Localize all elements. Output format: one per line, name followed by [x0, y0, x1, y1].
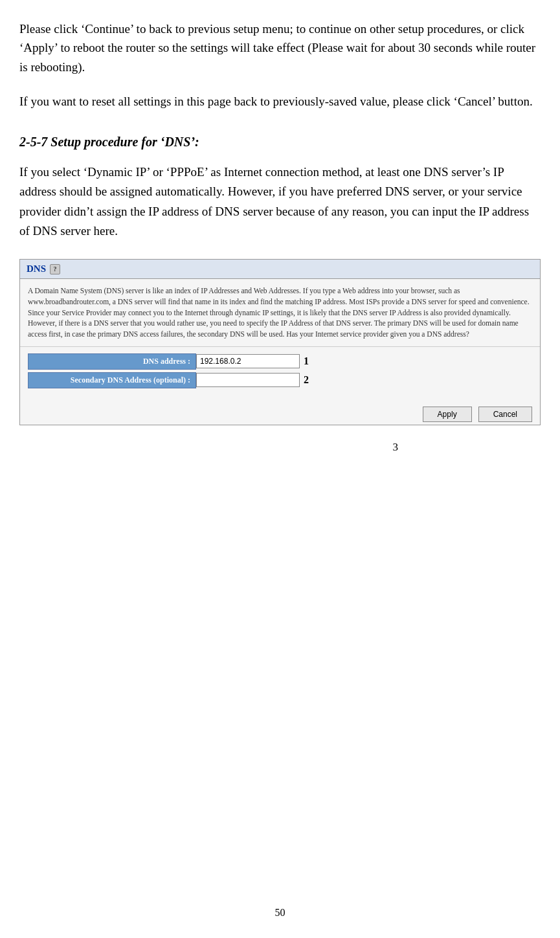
dns-field-row-1: DNS address : 1 — [28, 353, 532, 370]
dns-address-label: DNS address : — [28, 353, 196, 370]
reset-text: If you want to reset all settings in thi… — [19, 92, 541, 111]
secondary-dns-label: Secondary DNS Address (optional) : — [28, 372, 196, 388]
section-description: If you select ‘Dynamic IP’ or ‘PPPoE’ as… — [19, 162, 541, 241]
dns-panel-header: DNS ? — [20, 260, 540, 279]
cancel-button[interactable]: Cancel — [478, 407, 532, 422]
secondary-dns-input-wrap: 2 — [196, 373, 315, 387]
intro-text: Please click ‘Continue’ to back to previ… — [19, 19, 541, 76]
page-number: 50 — [0, 907, 560, 919]
section-heading: 2-5-7 Setup procedure for ‘DNS’: — [19, 135, 541, 150]
dns-info-text: A Domain Name System (DNS) server is lik… — [20, 279, 540, 346]
apply-button[interactable]: Apply — [423, 407, 472, 422]
callout-num-3: 3 — [19, 441, 541, 454]
dns-address-input[interactable] — [196, 354, 300, 368]
dns-field-row-2: Secondary DNS Address (optional) : 2 — [28, 372, 532, 388]
field-num-2: 2 — [304, 374, 315, 386]
dns-panel: DNS ? A Domain Name System (DNS) server … — [19, 259, 541, 425]
dns-buttons-row: Apply Cancel — [20, 400, 540, 425]
dns-form: DNS address : 1 Secondary DNS Address (o… — [20, 347, 540, 400]
dns-address-input-wrap: 1 — [196, 354, 315, 368]
field-num-1: 1 — [304, 355, 315, 367]
secondary-dns-input[interactable] — [196, 373, 300, 387]
dns-help-icon[interactable]: ? — [50, 264, 60, 274]
dns-panel-title: DNS — [27, 263, 46, 274]
